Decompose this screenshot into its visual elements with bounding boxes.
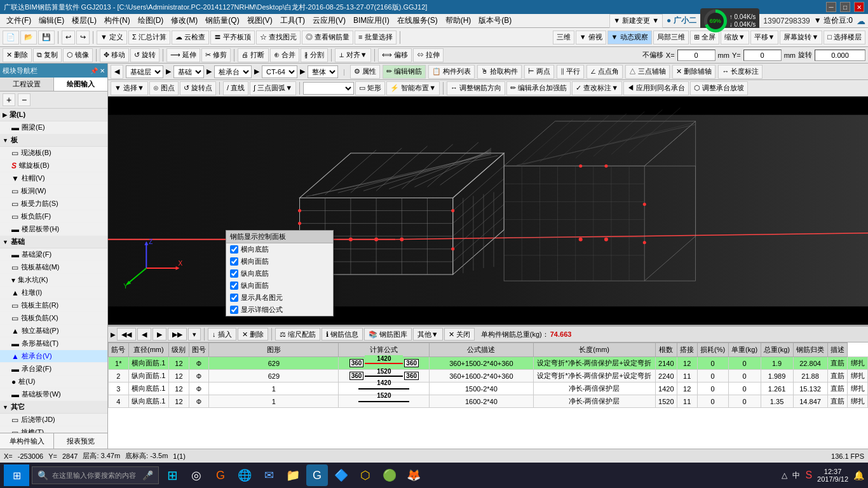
start-button[interactable]: ⊞ [4,464,29,486]
menu-cloud[interactable]: 云应用(V) [309,14,349,27]
btn-view-rebar[interactable]: ◎ 查看钢筋量 [302,30,353,44]
taskbar-lang[interactable]: 中 [792,470,800,481]
menu-help[interactable]: 帮助(H) [442,14,475,27]
tree-item-post-cast[interactable]: ▭ 后浇带(JD) [0,414,107,426]
rebar-table-container[interactable]: 筋号 直径(mm) 级别 图号 图形 计算公式 公式描述 长度(mm) 根数 [108,342,868,449]
float-panel-item-1[interactable]: 横向底筋 [226,243,333,255]
tree-item-slab-neg[interactable]: ▭ 板负筋(F) [0,210,107,223]
layer-select-3[interactable]: 桩承台 [214,65,252,78]
btn-rotate-point[interactable]: ↺ 旋转点 [180,81,216,95]
table-row[interactable]: 1* 横向面筋.1 12 Ф 629 360 [109,357,868,370]
btn-single-component[interactable]: 单构件输入 [0,433,54,449]
btn-snap-nav-down[interactable]: ▾ [188,328,201,341]
btn-pan[interactable]: 平移▼ [750,30,779,44]
btn-redo[interactable]: ↪ [76,30,90,44]
layer-select-5[interactable]: 整体 [308,65,338,78]
btn-batch-select[interactable]: ≡ 批量选择 [355,30,396,44]
checkbox-show-named[interactable] [230,294,238,302]
btn-offset[interactable]: ⟺ 偏移 [378,48,412,62]
menu-rebar-qty[interactable]: 钢筋量(Q) [201,14,243,27]
tree-item-slab-hole[interactable]: ▭ 板洞(W) [0,185,107,198]
checkbox-longitudinal-top[interactable] [230,281,238,290]
menu-bim[interactable]: BIM应用(I) [349,14,393,27]
tree-item-col-base[interactable]: ▲ 柱墩(I) [0,287,107,299]
btn-length-mark[interactable]: ↔ 长度标注 [718,65,763,79]
layer-back-btn[interactable]: ◀ [111,65,123,79]
btn-select-floor[interactable]: □ 选择楼层 [824,30,865,44]
taskbar-icon-app1[interactable]: G [210,464,231,486]
taskbar-icon-edge[interactable]: 🌐 [234,464,255,486]
btn-adjust-slope[interactable]: ⬡ 调整承台放坡 [690,81,748,95]
btn-edit-cap-rebar[interactable]: ✏ 编辑承台加强筋 [506,81,571,95]
taskbar-icon-fox[interactable]: 🦊 [403,464,424,486]
btn-scale-rebar[interactable]: ⚖ 缩尺配筋 [275,328,320,341]
menu-version[interactable]: 版本号(B) [475,14,515,27]
taskbar-icon-glyph[interactable]: ⊞ [161,464,183,486]
tree-item-found-beam[interactable]: ▬ 基础梁(F) [0,248,107,261]
tree-item-cast-slab[interactable]: ▭ 现浇板(B) [0,147,107,159]
tree-section-slab-header[interactable]: ▼ 板 [0,134,107,147]
btn-align[interactable]: ⊥ 对齐▼ [335,48,371,62]
btn-parallel[interactable]: ∥ 平行 [557,65,584,79]
tree-item-slab-rebar[interactable]: ▭ 板受力筋(S) [0,198,107,210]
float-panel-title[interactable]: 钢筋显示控制面板 [226,231,333,243]
btn-three-point-aux[interactable]: △ 三点辅轴 [625,65,670,79]
btn-stretch[interactable]: ⇔ 拉伸 [413,48,444,62]
taskbar-icon-diamond[interactable]: 🔷 [330,464,352,486]
btn-trim[interactable]: ✂ 修剪 [201,48,231,62]
taskbar-icon-mail[interactable]: ✉ [258,464,280,486]
btn-rotate[interactable]: ↺ 旋转 [130,48,159,62]
btn-rebar-library[interactable]: 📚 钢筋图库 [364,328,412,341]
sidebar-pin-icon[interactable]: 📌 [90,67,98,74]
btn-top-view[interactable]: ▼ 俯视 [576,30,606,44]
btn-find[interactable]: ☆ 查找图元 [256,30,301,44]
menu-modify[interactable]: 修改(M) [167,14,201,27]
tab-project-settings[interactable]: 工程设置 [0,78,54,91]
checkbox-transverse-top[interactable] [230,257,238,266]
tree-item-found-band[interactable]: ▬ 基础板带(W) [0,388,107,401]
tree-item-floor-band[interactable]: ▬ 楼层板带(H) [0,223,107,236]
taskbar-icon-g[interactable]: G [306,464,328,486]
btn-new[interactable]: 📄 [3,30,19,44]
btn-split[interactable]: ∦ 分割 [301,48,328,62]
float-panel-item-6[interactable]: 显示详细公式 [226,304,333,316]
btn-merge[interactable]: ⊕ 合并 [270,48,299,62]
table-row[interactable]: 2 纵向面筋.1 12 Ф 629 360 [109,370,868,383]
taskbar-icon-yellow[interactable]: ⬡ [355,464,376,486]
btn-report-preview[interactable]: 报表预览 [54,433,107,449]
btn-delete-row[interactable]: ✕ 删除 [238,328,268,341]
btn-two-points[interactable]: ⊢ 两点 [524,65,554,79]
btn-apply-same-cap[interactable]: ◀ 应用到同名承台 [623,81,689,95]
btn-pick-component[interactable]: 🖱 拾取构件 [477,65,522,79]
btn-snap-nav-next[interactable]: ▶ [153,328,166,341]
layer-select-4[interactable]: CT-64 [262,65,297,78]
btn-smart-layout[interactable]: ⚡ 智能布置▼ [386,81,440,95]
float-panel-item-5[interactable]: 显示具名图元 [226,292,333,304]
menu-tools[interactable]: 工具(T) [276,14,309,27]
layer-select-1[interactable]: 基础层 [126,65,163,78]
btn-calc[interactable]: Σ 汇总计算 [128,30,170,44]
btn-component-list[interactable]: 📋 构件列表 [428,65,475,79]
menu-floor[interactable]: 楼层(L) [68,14,100,27]
checkbox-longitudinal-bottom[interactable] [230,269,238,278]
btn-zoom[interactable]: 缩放▼ [721,30,749,44]
btn-edit-rebar[interactable]: ✏ 编辑钢筋 [383,65,426,79]
btn-check-mark[interactable]: ✓ 查改标注▼ [572,81,622,95]
taskbar-icon-explorer[interactable]: 📁 [282,464,304,486]
tree-item-pile-cap[interactable]: ▲ 桩承台(V) [0,350,107,363]
btn-copy[interactable]: ⧉ 复制 [33,48,62,62]
taskbar-search[interactable]: 🔍 在这里输入你要搜索的内容 🎤 [32,466,159,484]
tree-item-column-cap[interactable]: ▼ 柱帽(V) [0,172,107,185]
menu-online[interactable]: 在线服务(S) [393,14,442,27]
notification-center[interactable]: 🔔 [853,470,864,480]
btn-open[interactable]: 📂 [20,30,37,44]
table-row[interactable]: 3 横向底筋.1 12 Ф 1 1420 [109,383,868,395]
btn-print[interactable]: 🖨 打断 [238,48,268,62]
btn-undo[interactable]: ↩ [62,30,75,44]
btn-line[interactable]: / 直线 [223,81,248,95]
tree-item-isolated-found[interactable]: ▲ 独立基础(P) [0,325,107,337]
tree-item-spiral-slab[interactable]: S 螺旋板(B) [0,159,107,172]
btn-other[interactable]: 其他▼ [413,328,443,341]
shape-select[interactable] [303,82,354,95]
taskbar-icon-green[interactable]: 🟢 [379,464,400,486]
